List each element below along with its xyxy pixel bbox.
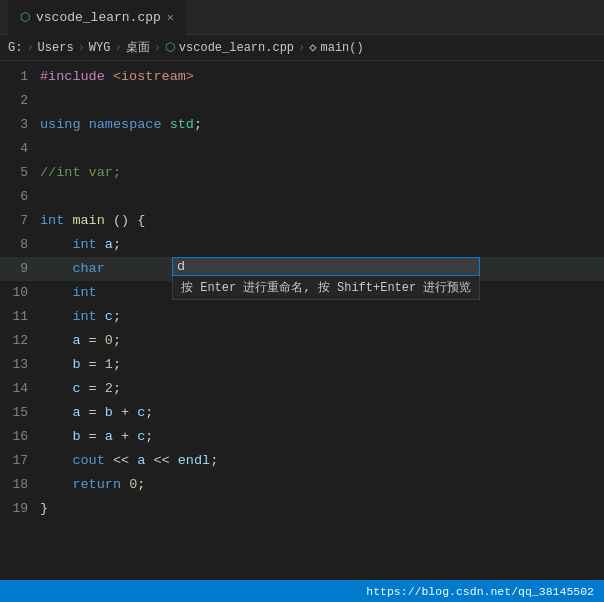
line-number: 10: [0, 281, 40, 305]
status-url: https://blog.csdn.net/qq_38145502: [366, 585, 594, 598]
title-bar: ⬡ vscode_learn.cpp ✕: [0, 0, 604, 35]
line-content: c = 2;: [40, 377, 604, 401]
breadcrumb-function-icon: ◇: [309, 40, 316, 55]
code-line: 3using namespace std;: [0, 113, 604, 137]
breadcrumb-folder: 桌面: [126, 39, 150, 56]
line-number: 14: [0, 377, 40, 401]
line-number: 5: [0, 161, 40, 185]
rename-overlay: 按 Enter 进行重命名, 按 Shift+Enter 进行预览: [172, 257, 480, 300]
line-content: //int var;: [40, 161, 604, 185]
line-number: 4: [0, 137, 40, 161]
line-content: b = a + c;: [40, 425, 604, 449]
tab-file-icon: ⬡: [20, 10, 30, 25]
breadcrumb-function: main(): [321, 41, 364, 55]
rename-input[interactable]: [173, 258, 195, 275]
line-number: 3: [0, 113, 40, 137]
code-line: 11 int c;: [0, 305, 604, 329]
line-content: }: [40, 497, 604, 521]
code-line: 6: [0, 185, 604, 209]
line-number: 15: [0, 401, 40, 425]
line-content: int a;: [40, 233, 604, 257]
status-bar: https://blog.csdn.net/qq_38145502: [0, 580, 604, 602]
line-content: using namespace std;: [40, 113, 604, 137]
line-number: 17: [0, 449, 40, 473]
code-line: 12 a = 0;: [0, 329, 604, 353]
code-line: 1#include <iostream>: [0, 65, 604, 89]
rename-input-box: [172, 257, 480, 276]
breadcrumb-file-icon: ⬡: [165, 40, 175, 55]
code-line: 4: [0, 137, 604, 161]
line-content: a = 0;: [40, 329, 604, 353]
code-line: 14 c = 2;: [0, 377, 604, 401]
code-line: 7int main () {: [0, 209, 604, 233]
line-content: b = 1;: [40, 353, 604, 377]
breadcrumb-drive: G:: [8, 41, 22, 55]
code-line: 13 b = 1;: [0, 353, 604, 377]
line-number: 12: [0, 329, 40, 353]
line-number: 6: [0, 185, 40, 209]
line-number: 19: [0, 497, 40, 521]
code-line: 8 int a;: [0, 233, 604, 257]
code-line: 15 a = b + c;: [0, 401, 604, 425]
breadcrumb-users: Users: [38, 41, 74, 55]
breadcrumb-user: WYG: [89, 41, 111, 55]
line-content: return 0;: [40, 473, 604, 497]
line-content: int main () {: [40, 209, 604, 233]
tab[interactable]: ⬡ vscode_learn.cpp ✕: [8, 0, 186, 35]
line-number: 18: [0, 473, 40, 497]
line-content: int c;: [40, 305, 604, 329]
line-number: 8: [0, 233, 40, 257]
line-content: a = b + c;: [40, 401, 604, 425]
code-line: 16 b = a + c;: [0, 425, 604, 449]
code-line: 5//int var;: [0, 161, 604, 185]
line-number: 13: [0, 353, 40, 377]
breadcrumb-file: vscode_learn.cpp: [179, 41, 294, 55]
line-number: 1: [0, 65, 40, 89]
line-number: 2: [0, 89, 40, 113]
line-number: 11: [0, 305, 40, 329]
line-content: #include <iostream>: [40, 65, 604, 89]
rename-hint: 按 Enter 进行重命名, 按 Shift+Enter 进行预览: [172, 276, 480, 300]
tab-close-icon[interactable]: ✕: [167, 10, 174, 25]
line-content: cout << a << endl;: [40, 449, 604, 473]
code-line: 19}: [0, 497, 604, 521]
editor: 1#include <iostream>23using namespace st…: [0, 61, 604, 578]
code-line: 2: [0, 89, 604, 113]
code-line: 18 return 0;: [0, 473, 604, 497]
code-line: 17 cout << a << endl;: [0, 449, 604, 473]
tab-filename: vscode_learn.cpp: [36, 10, 161, 25]
breadcrumb: G: › Users › WYG › 桌面 › ⬡ vscode_learn.c…: [0, 35, 604, 61]
line-number: 9: [0, 257, 40, 281]
line-number: 7: [0, 209, 40, 233]
line-number: 16: [0, 425, 40, 449]
